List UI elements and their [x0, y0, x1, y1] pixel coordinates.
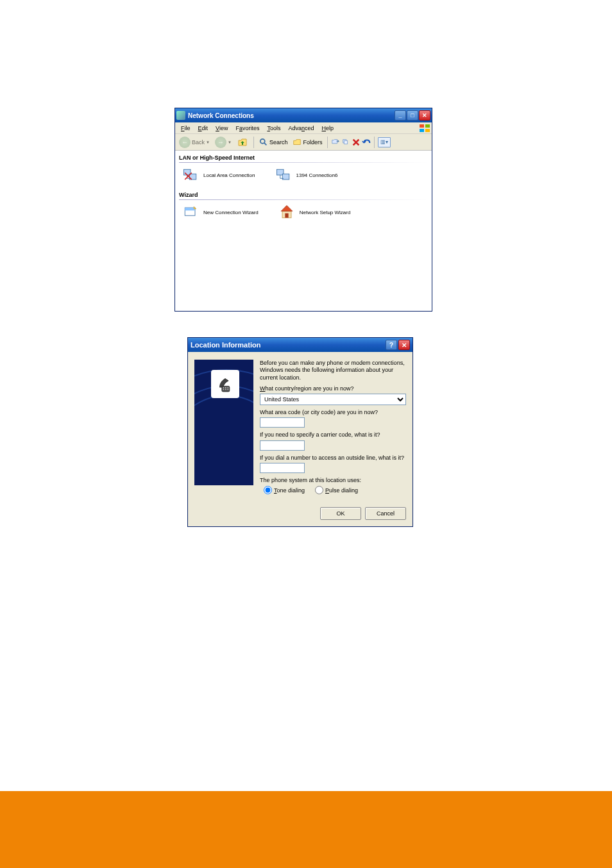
back-button[interactable]: ← Back ▼: [177, 135, 212, 149]
menu-favorites[interactable]: Favorites: [232, 125, 262, 131]
svg-point-22: [223, 389, 225, 390]
page-footer-band: [0, 791, 612, 868]
svg-point-24: [227, 389, 228, 390]
svg-point-4: [260, 138, 265, 143]
pulse-dialing-radio[interactable]: Pulse dialing: [315, 486, 358, 494]
svg-point-19: [223, 387, 225, 388]
menu-help[interactable]: Help: [319, 125, 337, 131]
svg-point-21: [227, 387, 228, 388]
country-label: What country/region are you in now?: [260, 385, 406, 392]
undo-icon[interactable]: [362, 138, 371, 147]
network-setup-wizard-item[interactable]: Network Setup Wizard: [278, 203, 351, 221]
back-icon: ←: [179, 137, 191, 148]
menu-bar: File Edit View Favorites Tools Advanced …: [175, 122, 432, 134]
svg-line-5: [264, 142, 267, 145]
move-to-icon[interactable]: [331, 138, 340, 147]
phone-icon: [211, 370, 239, 398]
pulse-label: Pulse dialing: [325, 487, 358, 494]
outside-line-label: If you dial a number to access an outsid…: [260, 455, 406, 462]
help-button[interactable]: ?: [386, 340, 397, 350]
1394-connection-icon: [275, 166, 293, 184]
menu-tools[interactable]: Tools: [264, 125, 284, 131]
menu-advanced[interactable]: Advanced: [285, 125, 317, 131]
folders-icon: [293, 138, 302, 147]
forward-icon: →: [215, 137, 226, 148]
network-setup-wizard-icon: [278, 203, 296, 221]
section-wizard-header: Wizard: [179, 192, 428, 198]
country-select[interactable]: United States: [260, 394, 406, 405]
1394-connection-label: 1394 Connection6: [296, 172, 338, 178]
dropdown-icon: ▼: [206, 140, 210, 144]
search-button[interactable]: Search: [257, 137, 290, 148]
svg-rect-2: [420, 129, 424, 132]
forward-button[interactable]: → ▼: [213, 135, 234, 149]
close-button[interactable]: ✕: [419, 110, 430, 121]
ok-button[interactable]: OK: [320, 507, 361, 520]
new-connection-wizard-item[interactable]: New Connection Wizard: [182, 203, 259, 221]
outside-line-input[interactable]: [260, 463, 305, 473]
dialog-sidebar-image: [194, 360, 253, 485]
folder-up-icon: [237, 137, 248, 148]
dialog-titlebar[interactable]: Location Information ? ✕: [188, 338, 412, 352]
section-lan-header: LAN or High-Speed Internet: [179, 154, 428, 161]
window-titlebar[interactable]: Network Connections _ □ ✕: [175, 108, 432, 122]
menu-file[interactable]: File: [178, 125, 194, 131]
content-pane: LAN or High-Speed Internet Local Area Co…: [175, 151, 432, 311]
dialog-intro-text: Before you can make any phone or modem c…: [260, 360, 406, 381]
svg-point-20: [225, 387, 226, 388]
phone-system-label: The phone system at this location uses:: [260, 477, 406, 484]
new-connection-wizard-icon: [182, 203, 200, 221]
network-connections-window: Network Connections _ □ ✕ File Edit View…: [174, 108, 432, 312]
search-icon: [259, 138, 268, 147]
svg-rect-0: [420, 124, 424, 128]
new-connection-wizard-label: New Connection Wizard: [203, 210, 259, 215]
local-area-connection-item[interactable]: Local Area Connection: [182, 166, 255, 184]
svg-rect-3: [425, 129, 430, 132]
pulse-radio-input[interactable]: [315, 486, 323, 494]
dropdown-icon: ▼: [228, 140, 232, 144]
cancel-button[interactable]: Cancel: [365, 507, 406, 520]
location-information-dialog: Location Information ? ✕ Before you can …: [187, 337, 413, 527]
copy-to-icon[interactable]: [341, 138, 350, 147]
minimize-button[interactable]: _: [395, 110, 406, 121]
windows-logo-icon: [419, 124, 430, 133]
tone-dialing-radio[interactable]: Tone dialing: [264, 486, 305, 494]
carrier-input[interactable]: [260, 440, 305, 451]
window-title: Network Connections: [188, 112, 395, 119]
folders-button[interactable]: Folders: [291, 137, 324, 148]
views-button[interactable]: ▥▾: [378, 137, 391, 147]
up-button[interactable]: [235, 135, 250, 149]
1394-connection-item[interactable]: 1394 Connection6: [275, 166, 338, 184]
dialog-main-content: Before you can make any phone or modem c…: [260, 360, 406, 499]
areacode-label: What area code (or city code) are you in…: [260, 409, 406, 416]
delete-icon[interactable]: [352, 138, 361, 147]
svg-point-23: [225, 389, 226, 390]
carrier-label: If you need to specify a carrier code, w…: [260, 431, 406, 438]
network-connections-icon: [176, 111, 185, 120]
dialog-title: Location Information: [191, 341, 386, 349]
toolbar: ← Back ▼ → ▼ Search: [175, 134, 432, 151]
network-setup-wizard-label: Network Setup Wizard: [300, 210, 351, 215]
lan-connection-icon: [182, 166, 200, 184]
svg-rect-15: [185, 208, 195, 210]
menu-edit[interactable]: Edit: [195, 125, 212, 131]
back-label: Back: [192, 139, 205, 146]
folders-label: Folders: [303, 139, 322, 146]
lan-connection-label: Local Area Connection: [203, 172, 255, 178]
areacode-input[interactable]: [260, 417, 305, 428]
menu-view[interactable]: View: [212, 125, 231, 131]
svg-rect-17: [285, 213, 288, 218]
tone-label: Tone dialing: [274, 487, 305, 494]
svg-rect-1: [425, 124, 430, 128]
maximize-button[interactable]: □: [407, 110, 418, 121]
tone-radio-input[interactable]: [264, 486, 272, 494]
dialog-close-button[interactable]: ✕: [398, 340, 410, 350]
search-label: Search: [269, 139, 288, 146]
